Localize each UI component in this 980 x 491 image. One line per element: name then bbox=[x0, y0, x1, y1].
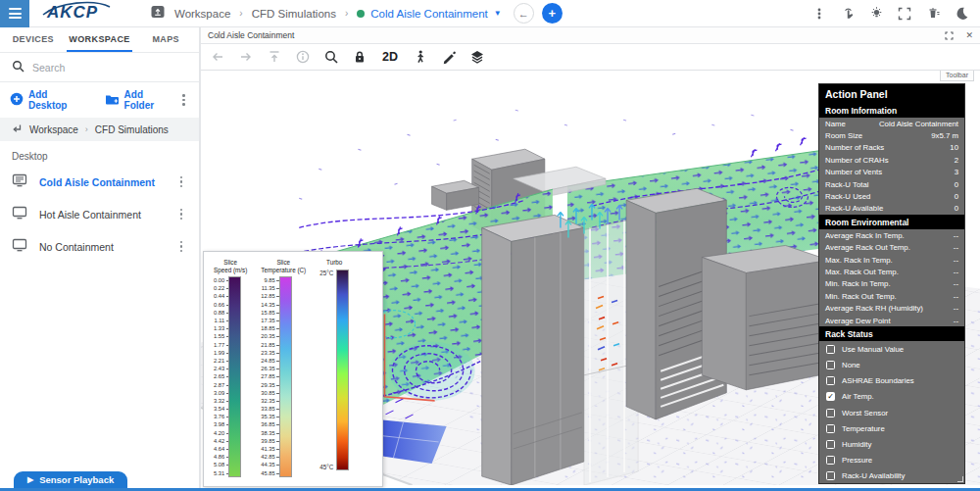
legend-tick: 42.85 bbox=[261, 453, 279, 461]
legend-tick: 2.87 bbox=[214, 381, 228, 389]
search-input[interactable] bbox=[32, 62, 170, 74]
checkbox[interactable] bbox=[826, 376, 835, 385]
breadcrumb-folder[interactable]: CFD Simulations bbox=[252, 8, 336, 20]
legend-temperature-ticks: 9.8511.3512.8514.3515.8517.3518.8520.352… bbox=[261, 276, 279, 477]
legend-tick: 1.55 bbox=[214, 332, 228, 340]
desktop-monitor-icon bbox=[12, 238, 27, 256]
rack-status-option[interactable]: Worst Sensor bbox=[819, 405, 964, 420]
align-top-icon[interactable] bbox=[264, 46, 285, 68]
environmental-row: Max. Rack In Temp. -- bbox=[819, 254, 964, 266]
sidebar-breadcrumb-root[interactable]: Workspace bbox=[29, 124, 78, 135]
back-button[interactable]: ← bbox=[514, 3, 534, 24]
rack-status-header[interactable]: Rack Status bbox=[819, 326, 964, 341]
legend-tick: 32.35 bbox=[261, 397, 279, 405]
history-back-icon[interactable] bbox=[207, 46, 228, 68]
header-actions bbox=[810, 5, 970, 23]
item-more-icon[interactable] bbox=[175, 239, 187, 255]
breadcrumb-workspace[interactable]: Workspace bbox=[174, 8, 230, 20]
legend-tick: 4.42 bbox=[214, 437, 228, 445]
legend-tick: 0.66 bbox=[214, 301, 228, 309]
legend-tick: 3.32 bbox=[214, 397, 228, 405]
legend-tick: 33.85 bbox=[261, 405, 279, 413]
history-forward-icon[interactable] bbox=[235, 46, 257, 68]
rack-status-option[interactable]: Pressure bbox=[819, 453, 964, 468]
status-dot bbox=[357, 10, 365, 18]
lock-icon[interactable] bbox=[349, 46, 370, 68]
trash-icon[interactable] bbox=[924, 5, 942, 23]
desktop-item-no-containment[interactable]: No Containment bbox=[0, 230, 199, 263]
legend-tick: 20.35 bbox=[261, 332, 279, 340]
item-more-icon[interactable] bbox=[175, 174, 187, 190]
hamburger-menu-button[interactable] bbox=[0, 0, 29, 27]
touch-mode-icon[interactable] bbox=[839, 5, 857, 23]
breadcrumb-current[interactable]: Cold Aisle Containment ▼ bbox=[357, 8, 501, 20]
legend-tick: 4.64 bbox=[214, 445, 228, 453]
legend-tick: 36.85 bbox=[261, 420, 279, 428]
checkbox[interactable]: ✓ bbox=[826, 392, 835, 401]
checkbox[interactable] bbox=[826, 471, 835, 480]
legend-tick: 3.09 bbox=[214, 389, 228, 397]
akcp-logo: AKCP bbox=[37, 0, 114, 27]
rack-status-option[interactable]: ✓ Air Temp. bbox=[819, 389, 964, 405]
legend-tick: 1.77 bbox=[214, 341, 228, 349]
legend-speed: Slice Speed (m/s) 0.000.220.440.660.881.… bbox=[214, 259, 247, 477]
info-icon[interactable] bbox=[292, 46, 314, 68]
checkbox[interactable] bbox=[826, 456, 835, 465]
close-panel-icon[interactable]: ✕ bbox=[965, 30, 973, 40]
legend-tick: 11.35 bbox=[261, 284, 279, 292]
info-row: Rack-U Total 0 bbox=[819, 178, 964, 190]
checkbox[interactable] bbox=[826, 345, 835, 354]
plus-circle-icon bbox=[10, 92, 24, 108]
desktop-monitor-icon bbox=[12, 173, 27, 191]
item-more-icon[interactable] bbox=[175, 207, 187, 222]
room-information-header[interactable]: Room Information bbox=[819, 103, 964, 118]
checkbox[interactable] bbox=[826, 361, 835, 369]
resize-handle[interactable] bbox=[957, 476, 963, 482]
toolbar-tag[interactable]: Toolbar bbox=[940, 71, 974, 81]
rack-status-option[interactable]: Use Manual Value bbox=[819, 341, 964, 357]
dark-mode-moon-icon[interactable] bbox=[953, 5, 970, 23]
add-folder-button[interactable]: Add Folder bbox=[105, 89, 172, 111]
tab-maps[interactable]: MAPS bbox=[132, 27, 199, 52]
rack-status-option[interactable]: Temperature bbox=[819, 420, 964, 436]
edit-pencil-icon[interactable] bbox=[438, 46, 460, 68]
fullscreen-icon[interactable] bbox=[896, 5, 913, 23]
search-icon bbox=[12, 59, 24, 76]
2d-mode-button[interactable]: 2D bbox=[377, 46, 403, 68]
panel-tab-title[interactable]: Cold Aisle Containment bbox=[208, 30, 294, 40]
sidebar-more-icon[interactable] bbox=[178, 92, 189, 108]
tab-devices[interactable]: DEVICES bbox=[0, 27, 67, 52]
rack-status-option[interactable]: None bbox=[819, 357, 964, 372]
highlight-bulb-icon[interactable] bbox=[867, 5, 885, 23]
return-arrow-icon[interactable] bbox=[10, 123, 23, 137]
zoom-search-icon[interactable] bbox=[320, 46, 342, 68]
checkbox[interactable] bbox=[826, 409, 835, 417]
rack-status-option[interactable]: Humidity bbox=[819, 436, 964, 452]
layers-icon[interactable] bbox=[466, 46, 488, 68]
sidebar-breadcrumb-current: CFD Simulations bbox=[95, 124, 169, 135]
checkbox[interactable] bbox=[826, 424, 835, 433]
rack-status-option[interactable]: ASHRAE Boundaries bbox=[819, 373, 964, 389]
rack-status-option[interactable]: Rack-U Availability bbox=[819, 468, 964, 484]
legend-turbo: Turbo 25°C 45°C bbox=[319, 259, 349, 477]
room-environmental-header[interactable]: Room Environmental bbox=[819, 215, 964, 229]
desktop-item-cold-aisle[interactable]: Cold Aisle Containment bbox=[0, 166, 199, 198]
more-options-icon[interactable] bbox=[810, 5, 828, 23]
add-desktop-button[interactable]: Add Desktop bbox=[10, 89, 85, 111]
add-new-button[interactable]: + bbox=[542, 3, 563, 24]
info-row: Rack-U Used 0 bbox=[819, 190, 964, 202]
legend-tick: 39.85 bbox=[261, 437, 279, 445]
walk-mode-icon[interactable] bbox=[410, 46, 431, 68]
chevron-down-icon: ▼ bbox=[494, 9, 502, 18]
tab-workspace[interactable]: WORKSPACE bbox=[67, 27, 133, 52]
rack-center bbox=[482, 215, 584, 485]
legend-speed-title: Slice Speed (m/s) bbox=[214, 259, 247, 273]
checkbox[interactable] bbox=[826, 440, 835, 449]
action-panel-title[interactable]: Action Panel bbox=[819, 84, 964, 103]
sensor-playback-button[interactable]: ▶ Sensor Playback bbox=[14, 471, 127, 488]
cfd-viewport[interactable]: Slice Speed (m/s) 0.000.220.440.660.881.… bbox=[201, 71, 980, 491]
legend-tick: 24.85 bbox=[261, 357, 279, 365]
legend-tick: 3.98 bbox=[214, 420, 228, 428]
desktop-item-hot-aisle[interactable]: Hot Aisle Containment bbox=[0, 198, 199, 230]
expand-panel-icon[interactable] bbox=[945, 31, 954, 40]
